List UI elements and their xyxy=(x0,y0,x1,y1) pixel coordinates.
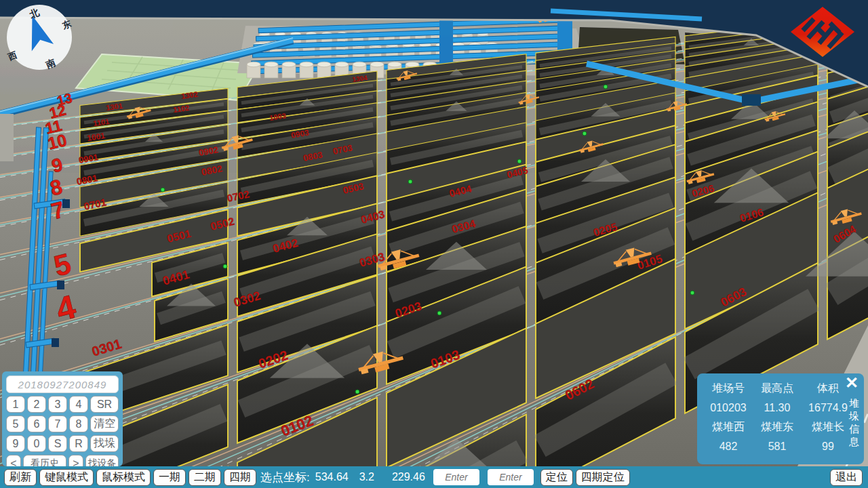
key-7[interactable]: 7 xyxy=(48,415,67,432)
coord-x-value: 534.64 xyxy=(315,471,349,483)
pile-info-side-label: 堆垛信息 xyxy=(848,396,860,448)
status-dot-green xyxy=(161,188,165,192)
selected-point-label: 选点坐标: xyxy=(260,470,310,485)
status-dot-green xyxy=(690,291,694,295)
header-pile-length: 煤堆长 xyxy=(802,420,854,434)
coord-input-1[interactable] xyxy=(433,469,479,485)
search-keypad-panel: 1 2 3 4 SR 5 6 7 8 清空 9 0 S R 找垛 < 看历史 >… xyxy=(2,371,123,466)
status-dot-green xyxy=(517,159,521,163)
key-9[interactable]: 9 xyxy=(6,435,25,452)
key-4[interactable]: 4 xyxy=(69,396,88,413)
locate-button[interactable]: 定位 xyxy=(540,469,573,486)
value-pile-west: 482 xyxy=(704,441,753,453)
phase4-locate-button[interactable]: 四期定位 xyxy=(576,469,630,486)
value-highest-point: 11.30 xyxy=(753,402,802,414)
key-2[interactable]: 2 xyxy=(27,396,46,413)
find-pile-button[interactable]: 找垛 xyxy=(90,435,119,452)
status-dot-green xyxy=(408,180,412,184)
mouse-mode-button[interactable]: 鼠标模式 xyxy=(96,469,151,486)
header-yard-no: 堆场号 xyxy=(704,382,753,396)
header-pile-east: 煤堆东 xyxy=(753,420,802,434)
key-sr[interactable]: SR xyxy=(90,396,119,413)
value-yard-no: 010203 xyxy=(704,402,753,414)
key-3[interactable]: 3 xyxy=(48,396,67,413)
value-volume: 16774.9 xyxy=(802,402,854,414)
value-pile-east: 581 xyxy=(753,441,802,453)
pile-info-panel: ✕ 堆场号 最高点 体积 010203 11.30 16774.9 煤堆西 煤堆… xyxy=(697,373,864,464)
status-dot-green xyxy=(355,390,359,394)
header-pile-west: 煤堆西 xyxy=(704,420,753,434)
key-s[interactable]: S xyxy=(48,435,67,452)
app-window: 1301130213041101110210011003090109020903… xyxy=(0,0,868,488)
key-0[interactable]: 0 xyxy=(27,435,46,452)
keypad-display-input[interactable] xyxy=(6,375,119,393)
header-highest-point: 最高点 xyxy=(753,382,802,396)
status-dot-green xyxy=(223,264,227,268)
key-1[interactable]: 1 xyxy=(6,396,25,413)
bottom-toolbar: 刷新 键鼠模式 鼠标模式 一期 二期 四期 选点坐标: 534.64 3.2 2… xyxy=(0,466,868,488)
key-r[interactable]: R xyxy=(69,435,88,452)
value-pile-length: 99 xyxy=(802,441,854,453)
key-8[interactable]: 8 xyxy=(69,415,88,432)
refresh-button[interactable]: 刷新 xyxy=(4,469,37,486)
header-volume: 体积 xyxy=(802,382,854,396)
key-5[interactable]: 5 xyxy=(6,415,25,432)
status-dot-green xyxy=(583,131,587,136)
phase2-button[interactable]: 二期 xyxy=(189,469,221,486)
compass[interactable]: 北 东 西 南 xyxy=(5,3,73,71)
key-6[interactable]: 6 xyxy=(27,415,46,432)
status-dot-green xyxy=(604,85,608,89)
coord-input-2[interactable] xyxy=(488,469,534,485)
coord-z-value: 229.46 xyxy=(392,471,425,483)
phase4-button[interactable]: 四期 xyxy=(224,469,256,486)
exit-button[interactable]: 退出 xyxy=(830,469,863,486)
key-mouse-mode-button[interactable]: 键鼠模式 xyxy=(39,469,94,486)
company-logo xyxy=(788,5,857,58)
coord-y-value: 3.2 xyxy=(359,471,374,483)
phase1-button[interactable]: 一期 xyxy=(153,469,186,486)
status-dot-green xyxy=(437,311,441,315)
clear-button[interactable]: 清空 xyxy=(90,415,119,432)
